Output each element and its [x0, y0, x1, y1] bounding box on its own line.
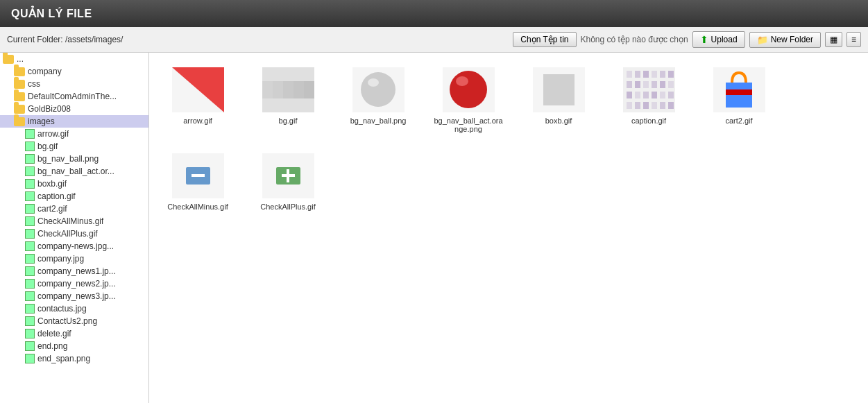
upload-button[interactable]: ⬆ Upload: [692, 31, 745, 48]
tree-item-label: caption.gif: [37, 191, 76, 201]
tree-item[interactable]: company_news3.jp...: [0, 290, 148, 302]
tree-item[interactable]: company-news.jpg...: [0, 240, 148, 252]
file-item[interactable]: arrow.gif: [156, 60, 239, 139]
svg-rect-20: [652, 71, 657, 78]
tree-item[interactable]: cart2.gif: [0, 203, 148, 215]
tree-item[interactable]: arrow.gif: [0, 128, 148, 140]
file-thumbnail: [531, 65, 586, 114]
svg-rect-38: [652, 102, 657, 109]
file-name-label: CheckAllPlus.gif: [260, 203, 315, 211]
tree-item-label: CheckAllMinus.gif: [37, 216, 103, 226]
tree-item-label: bg_nav_ball.png: [37, 154, 99, 164]
tree-item[interactable]: end_span.png: [0, 352, 148, 365]
svg-rect-6: [293, 81, 304, 98]
tree-item-label: boxb.gif: [37, 179, 67, 189]
tree-item[interactable]: DefaultComAdminThe...: [0, 90, 148, 103]
tree-item[interactable]: bg_nav_ball.png: [0, 153, 148, 165]
svg-rect-25: [643, 81, 649, 88]
app-title: QUẢN LÝ FILE: [11, 8, 92, 19]
file-icon: [25, 154, 35, 164]
file-thumbnail: [350, 65, 406, 114]
svg-rect-23: [627, 81, 632, 88]
file-icon: [25, 341, 35, 351]
file-item[interactable]: bg_nav_ball_act.orange.png: [427, 60, 510, 139]
tree-item[interactable]: company.jpg: [0, 252, 148, 265]
file-content-area: arrow.gifbg.gifbg_nav_ball.pngbg_nav_bal…: [149, 53, 868, 403]
tree-item-label: bg.gif: [37, 142, 58, 151]
svg-rect-46: [192, 174, 205, 177]
tree-item[interactable]: ContactUs2.png: [0, 315, 148, 327]
tree-item-label: end.png: [37, 341, 67, 351]
svg-rect-19: [643, 71, 649, 78]
tree-item-label: company_news3.jp...: [37, 291, 116, 301]
tree-item[interactable]: bg_nav_ball_act.or...: [0, 165, 148, 178]
file-item[interactable]: CheckAllMinus.gif: [156, 146, 239, 216]
tree-item-label: company-news.jpg...: [37, 241, 114, 251]
file-icon: [25, 129, 35, 139]
new-folder-button[interactable]: 📁 New Folder: [749, 32, 821, 48]
folder-icon: [14, 80, 25, 89]
file-name-label: CheckAllMinus.gif: [167, 203, 228, 211]
svg-rect-34: [668, 92, 674, 98]
file-item[interactable]: bg.gif: [246, 60, 330, 139]
folder-icon: [3, 55, 14, 64]
file-name-label: cart2.gif: [725, 117, 752, 125]
tree-item[interactable]: GoldBiz008: [0, 103, 148, 115]
svg-rect-36: [635, 102, 640, 109]
tree-item[interactable]: ...: [0, 53, 148, 65]
folder-icon: [14, 117, 25, 126]
file-item[interactable]: boxb.gif: [517, 60, 600, 139]
file-thumbnail: [441, 65, 496, 114]
svg-point-9: [361, 72, 395, 107]
tree-item[interactable]: company_news1.jp...: [0, 265, 148, 277]
choose-file-button[interactable]: Chọn Tệp tin: [513, 32, 576, 47]
svg-point-12: [450, 71, 487, 108]
tree-item-label: CheckAllPlus.gif: [37, 229, 98, 239]
tree-item[interactable]: CheckAllMinus.gif: [0, 215, 148, 228]
tree-item[interactable]: contactus.jpg: [0, 302, 148, 315]
file-icon: [25, 266, 35, 276]
svg-rect-37: [643, 102, 649, 109]
tree-item-label: company_news1.jp...: [37, 266, 116, 276]
svg-rect-17: [627, 71, 632, 78]
svg-point-10: [368, 78, 379, 87]
file-icon: [25, 329, 35, 338]
svg-rect-29: [627, 92, 632, 98]
svg-rect-18: [635, 71, 640, 78]
tree-item[interactable]: company: [0, 65, 148, 78]
tree-item[interactable]: end.png: [0, 340, 148, 352]
tree-item[interactable]: delete.gif: [0, 327, 148, 340]
file-icon: [25, 191, 35, 201]
file-thumbnail: [260, 65, 316, 114]
file-icon: [25, 304, 35, 314]
file-name-label: bg_nav_ball_act.orange.png: [432, 117, 504, 133]
file-icon: [25, 279, 35, 289]
svg-rect-26: [652, 81, 657, 88]
tree-item[interactable]: images: [0, 115, 148, 128]
tree-item[interactable]: boxb.gif: [0, 178, 148, 190]
tree-item[interactable]: css: [0, 78, 148, 90]
tree-item[interactable]: caption.gif: [0, 190, 148, 203]
folder-plus-icon: 📁: [757, 35, 768, 45]
view-list-button[interactable]: ≡: [846, 32, 861, 47]
tree-item-label: images: [28, 117, 55, 126]
tree-item-label: arrow.gif: [37, 129, 69, 139]
file-item[interactable]: CheckAllPlus.gif: [246, 146, 330, 216]
file-item[interactable]: caption.gif: [607, 60, 690, 139]
tree-item[interactable]: bg.gif: [0, 140, 148, 153]
file-thumbnail: [621, 65, 676, 114]
tree-item[interactable]: company_news2.jp...: [0, 277, 148, 290]
view-grid-button[interactable]: ▦: [825, 32, 842, 47]
app-header: QUẢN LÝ FILE: [0, 0, 868, 27]
svg-rect-40: [668, 102, 674, 109]
file-thumbnail: [170, 151, 225, 200]
file-item[interactable]: cart2.gif: [697, 60, 781, 139]
svg-rect-5: [283, 81, 293, 98]
file-icon: [25, 254, 35, 264]
tree-item-label: delete.gif: [37, 329, 71, 338]
tree-item-label: end_span.png: [37, 354, 90, 363]
svg-rect-43: [726, 89, 752, 95]
tree-item[interactable]: CheckAllPlus.gif: [0, 228, 148, 240]
file-item[interactable]: bg_nav_ball.png: [337, 60, 420, 139]
tree-item-label: ContactUs2.png: [37, 316, 97, 326]
